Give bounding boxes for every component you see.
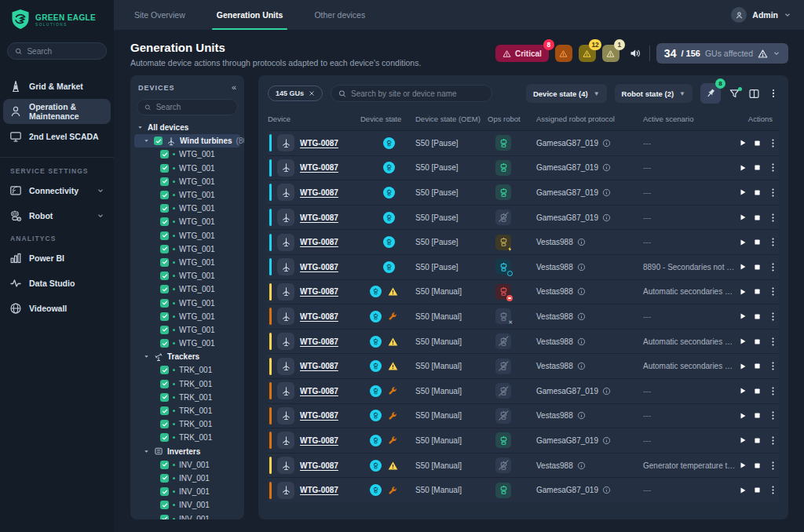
filter-button[interactable]: [729, 88, 740, 100]
tree-item-device[interactable]: TRK_001: [134, 431, 240, 444]
caret-down-icon[interactable]: [144, 138, 150, 144]
play-button[interactable]: [739, 461, 747, 469]
row-menu-button[interactable]: [768, 286, 778, 297]
checkbox[interactable]: [160, 150, 169, 159]
device-name-link[interactable]: WTG-0087: [300, 287, 338, 296]
device-name-link[interactable]: WTG-0087: [300, 387, 338, 395]
row-menu-button[interactable]: [768, 386, 778, 396]
device-name-link[interactable]: WTG-0087: [300, 461, 338, 470]
device-name-link[interactable]: WTG-0087: [300, 486, 338, 494]
tab-generation-units[interactable]: Generation Units: [215, 0, 285, 30]
checkbox[interactable]: [154, 137, 163, 145]
play-button[interactable]: [739, 239, 747, 246]
collapse-panel-icon[interactable]: «: [232, 83, 236, 92]
info-icon[interactable]: [602, 213, 611, 222]
tree-item-all-devices[interactable]: All devices: [134, 121, 240, 134]
devices-search[interactable]: [137, 99, 238, 115]
sidebar-item-robot[interactable]: Robot: [0, 203, 114, 228]
tree-item-device[interactable]: INV_001: [134, 485, 240, 498]
device-name-link[interactable]: WTG-0087: [300, 188, 338, 197]
gus-filter-chip[interactable]: 145 GUs: [268, 86, 323, 101]
info-icon[interactable]: [602, 486, 611, 494]
stop-button[interactable]: [754, 363, 761, 370]
stop-button[interactable]: [754, 239, 761, 246]
device-name-link[interactable]: WTG-0087: [300, 337, 338, 346]
device-name-link[interactable]: WTG-0087: [300, 139, 338, 148]
row-menu-button[interactable]: [768, 237, 778, 247]
checkbox[interactable]: [160, 245, 169, 253]
stop-button[interactable]: [754, 264, 761, 271]
checkbox[interactable]: [160, 487, 169, 496]
sidebar-item-grid-market[interactable]: Grid & Market: [0, 74, 114, 99]
tree-item-device[interactable]: WTG_001: [134, 229, 240, 242]
row-menu-button[interactable]: [768, 188, 778, 198]
stop-button[interactable]: [754, 214, 761, 221]
table-menu-button[interactable]: [768, 88, 779, 99]
critical-alerts-button[interactable]: Critical 8: [495, 45, 549, 62]
checkbox[interactable]: [160, 204, 169, 213]
sidebar-item-data-studio[interactable]: Data Studio: [0, 271, 114, 296]
row-menu-button[interactable]: [768, 485, 778, 495]
medium-alerts-button[interactable]: 12: [579, 45, 596, 62]
play-button[interactable]: [739, 412, 747, 420]
info-icon[interactable]: [602, 188, 611, 197]
info-icon[interactable]: [602, 139, 611, 148]
stop-button[interactable]: [754, 412, 761, 419]
sidebar-item-connectivity[interactable]: Connectivity: [0, 178, 114, 203]
row-menu-button[interactable]: [768, 312, 778, 322]
sidebar-item-videowall[interactable]: Videowall: [0, 296, 114, 321]
checkbox[interactable]: [160, 231, 169, 240]
stop-button[interactable]: [754, 288, 761, 295]
robot-state-filter-dropdown[interactable]: Robot state (2) ▼: [615, 84, 693, 103]
row-menu-button[interactable]: [768, 213, 778, 223]
low-alerts-button[interactable]: 1: [602, 45, 619, 62]
play-button[interactable]: [739, 164, 747, 172]
stop-button[interactable]: [754, 140, 761, 147]
tab-site-overview[interactable]: Site Overview: [133, 0, 187, 30]
pinned-filters-button[interactable]: 8: [700, 83, 721, 104]
row-menu-button[interactable]: [768, 337, 778, 347]
info-icon[interactable]: [577, 337, 586, 346]
device-name-link[interactable]: WTG-0087: [300, 213, 338, 222]
checkbox[interactable]: [160, 326, 169, 334]
caret-down-icon[interactable]: [137, 125, 144, 130]
play-button[interactable]: [739, 337, 747, 345]
row-menu-button[interactable]: [768, 162, 778, 173]
tree-item-device[interactable]: INV_001: [134, 458, 240, 472]
row-menu-button[interactable]: [768, 262, 778, 272]
checkbox[interactable]: [160, 164, 169, 173]
play-button[interactable]: [739, 486, 747, 494]
sidebar-search[interactable]: [7, 42, 107, 60]
tree-group-inverters[interactable]: Inverters: [134, 445, 240, 458]
device-name-link[interactable]: WTG-0087: [300, 163, 338, 172]
columns-button[interactable]: [748, 88, 760, 100]
info-icon[interactable]: [577, 362, 586, 370]
device-state-filter-dropdown[interactable]: Device state (4) ▼: [526, 84, 607, 103]
stop-button[interactable]: [754, 388, 761, 395]
stop-button[interactable]: [754, 338, 761, 345]
tree-group-wind-turbines[interactable]: Wind turbines(867): [134, 134, 240, 148]
play-button[interactable]: [739, 213, 747, 221]
tree-item-device[interactable]: WTG_001: [134, 337, 240, 350]
tree-item-device[interactable]: TRK_001: [134, 417, 240, 431]
sidebar-item-power-bi[interactable]: Power BI: [0, 246, 114, 271]
checkbox[interactable]: [160, 433, 169, 442]
checkbox[interactable]: [160, 217, 169, 226]
caret-down-icon[interactable]: [144, 354, 150, 359]
checkbox[interactable]: [160, 258, 169, 267]
tree-item-device[interactable]: INV_001: [134, 498, 240, 512]
tree-item-device[interactable]: WTG_001: [134, 242, 240, 256]
device-name-link[interactable]: WTG-0087: [300, 263, 338, 271]
stop-button[interactable]: [754, 313, 761, 320]
info-icon[interactable]: [577, 411, 586, 420]
sidebar-search-input[interactable]: [27, 47, 99, 56]
tree-item-device[interactable]: WTG_001: [134, 256, 240, 269]
stop-button[interactable]: [754, 462, 761, 469]
checkbox[interactable]: [160, 271, 169, 280]
row-menu-button[interactable]: [768, 361, 778, 371]
checkbox[interactable]: [160, 191, 169, 199]
info-icon[interactable]: [577, 461, 586, 470]
stop-button[interactable]: [754, 164, 761, 171]
table-search[interactable]: [331, 85, 492, 102]
tree-item-device[interactable]: INV_001: [134, 512, 240, 519]
